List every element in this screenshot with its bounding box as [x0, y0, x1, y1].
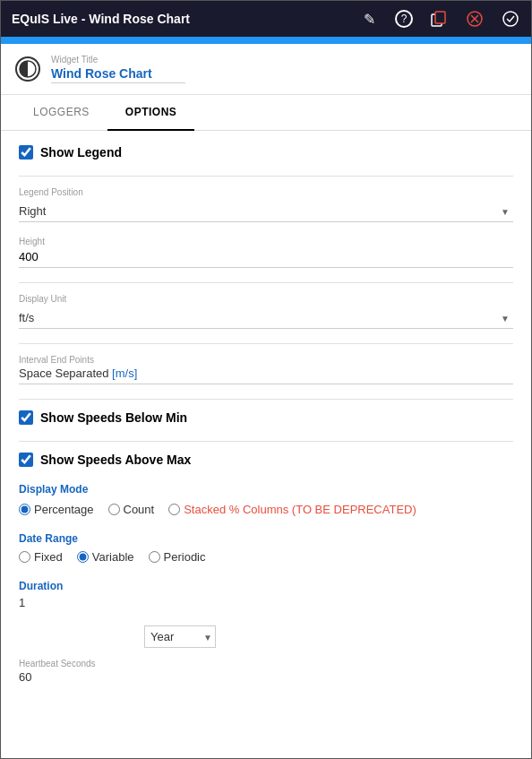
close-icon[interactable]: [465, 9, 485, 29]
show-legend-row: Show Legend: [19, 145, 513, 160]
show-speeds-below-row: Show Speeds Below Min: [19, 410, 513, 425]
date-range-variable[interactable]: Variable: [77, 550, 134, 564]
show-speeds-below-checkbox[interactable]: [19, 410, 33, 425]
duration-section: Duration 1: [19, 580, 513, 609]
options-content: Show Legend Legend Position Right Left T…: [1, 131, 531, 712]
heartbeat-group: Heartbeat Seconds 60: [19, 659, 513, 684]
date-range-periodic[interactable]: Periodic: [149, 550, 206, 564]
interval-value-highlight: [m/s]: [112, 367, 137, 380]
year-select-wrapper: Year Month Week Day Hour ▼: [144, 625, 216, 648]
date-range-fixed[interactable]: Fixed: [19, 550, 63, 564]
interval-end-points-label: Interval End Points: [19, 355, 513, 365]
show-speeds-below-label: Show Speeds Below Min: [40, 410, 187, 425]
date-range-variable-label: Variable: [92, 550, 134, 564]
show-legend-label: Show Legend: [40, 145, 122, 160]
widget-title-value[interactable]: Wind Rose Chart: [51, 66, 185, 83]
divider-4: [19, 399, 513, 400]
divider-2: [19, 282, 513, 283]
legend-position-label: Legend Position: [19, 187, 513, 197]
date-range-fixed-label: Fixed: [34, 550, 63, 564]
window-title: EQuIS Live - Wind Rose Chart: [12, 12, 359, 26]
display-mode-stacked-radio[interactable]: [168, 504, 180, 515]
copy-icon[interactable]: [429, 9, 449, 29]
legend-position-group: Legend Position Right Left Top Bottom ▼: [19, 187, 513, 222]
display-mode-stacked-label: Stacked % Columns (TO BE DEPRECATED): [184, 503, 416, 516]
display-mode-count[interactable]: Count: [108, 503, 155, 516]
display-mode-section: Display Mode Percentage Count Stacked % …: [19, 483, 513, 516]
date-range-periodic-label: Periodic: [164, 550, 206, 564]
widget-title-label: Widget Title: [51, 55, 185, 65]
duration-value[interactable]: 1: [19, 596, 513, 609]
date-range-section: Date Range Fixed Variable Periodic: [19, 532, 513, 564]
blue-accent-bar: [1, 37, 531, 44]
show-speeds-above-row: Show Speeds Above Max: [19, 453, 513, 467]
interval-value-normal: Space Separated: [19, 367, 112, 380]
interval-end-points-value[interactable]: Space Separated [m/s]: [19, 367, 513, 384]
title-bar: EQuIS Live - Wind Rose Chart ✎ ?: [1, 1, 531, 37]
display-mode-label: Display Mode: [19, 483, 513, 496]
duration-label: Duration: [19, 580, 513, 592]
show-speeds-above-section: Show Speeds Above Max: [19, 453, 513, 467]
date-range-periodic-radio[interactable]: [149, 551, 160, 563]
display-mode-percentage-radio[interactable]: [19, 504, 30, 515]
date-range-variable-radio[interactable]: [77, 551, 89, 563]
interval-end-points-group: Interval End Points Space Separated [m/s…: [19, 355, 513, 384]
svg-point-5: [503, 12, 518, 26]
date-range-radio-row: Fixed Variable Periodic: [19, 550, 513, 564]
display-mode-stacked[interactable]: Stacked % Columns (TO BE DEPRECATED): [168, 503, 416, 516]
divider-5: [19, 441, 513, 442]
show-speeds-below-section: Show Speeds Below Min: [19, 410, 513, 425]
divider-1: [19, 176, 513, 177]
widget-icon: [15, 56, 40, 82]
display-unit-group: Display Unit ft/s m/s km/h mph ▼: [19, 294, 513, 329]
tab-options[interactable]: OPTIONS: [107, 95, 195, 131]
year-select-row: Year Month Week Day Hour ▼: [19, 625, 513, 648]
show-legend-checkbox[interactable]: [19, 145, 33, 160]
tabs-container: LOGGERS OPTIONS: [1, 95, 531, 131]
legend-position-select[interactable]: Right Left Top Bottom: [19, 201, 513, 222]
legend-position-select-wrapper: Right Left Top Bottom ▼: [19, 201, 513, 222]
display-mode-radio-row: Percentage Count Stacked % Columns (TO B…: [19, 503, 513, 516]
confirm-icon[interactable]: [501, 9, 520, 29]
date-range-fixed-radio[interactable]: [19, 551, 30, 563]
height-label: Height: [19, 237, 513, 246]
display-unit-select[interactable]: ft/s m/s km/h mph: [19, 307, 513, 329]
display-unit-label: Display Unit: [19, 294, 513, 304]
show-speeds-above-checkbox[interactable]: [19, 453, 33, 467]
heartbeat-label: Heartbeat Seconds: [19, 659, 513, 668]
height-value[interactable]: 400: [19, 250, 513, 268]
svg-rect-1: [435, 12, 445, 23]
date-range-label: Date Range: [19, 532, 513, 545]
widget-title-group: Widget Title Wind Rose Chart: [51, 55, 185, 83]
widget-header: Widget Title Wind Rose Chart: [1, 44, 531, 95]
show-legend-section: Show Legend: [19, 145, 513, 160]
tab-loggers[interactable]: LOGGERS: [15, 95, 107, 131]
display-unit-select-wrapper: ft/s m/s km/h mph ▼: [19, 307, 513, 329]
display-mode-count-radio[interactable]: [108, 504, 120, 515]
duration-unit-select[interactable]: Year Month Week Day Hour: [144, 625, 216, 648]
divider-3: [19, 343, 513, 344]
title-bar-icons: ✎ ?: [359, 9, 520, 29]
display-mode-percentage[interactable]: Percentage: [19, 503, 94, 516]
height-group: Height 400: [19, 237, 513, 268]
edit-icon[interactable]: ✎: [359, 9, 379, 29]
main-window: EQuIS Live - Wind Rose Chart ✎ ?: [0, 0, 532, 759]
show-speeds-above-label: Show Speeds Above Max: [40, 453, 191, 467]
heartbeat-value[interactable]: 60: [19, 670, 513, 684]
display-mode-percentage-label: Percentage: [34, 503, 94, 516]
display-mode-count-label: Count: [124, 503, 155, 516]
help-icon[interactable]: ?: [395, 10, 413, 28]
